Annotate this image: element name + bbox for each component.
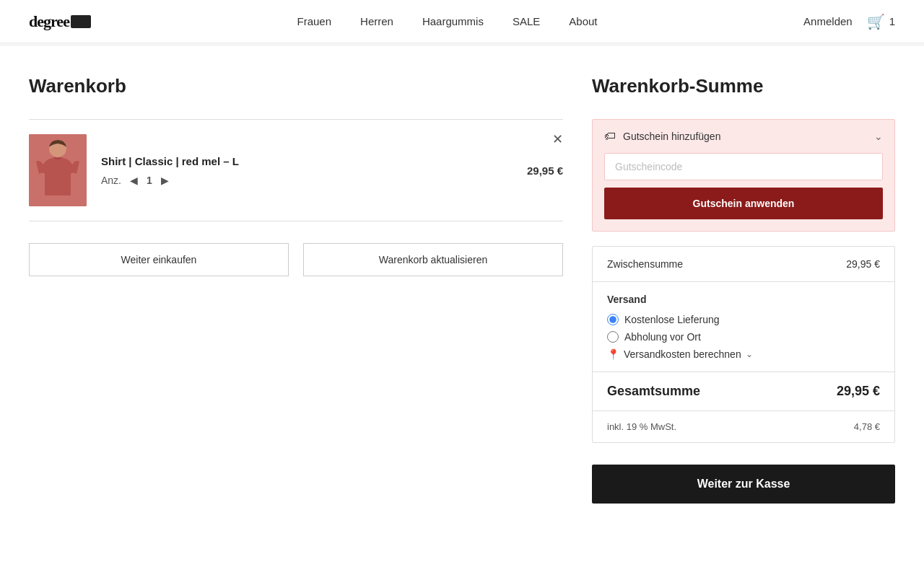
login-link[interactable]: Anmelden	[803, 15, 853, 27]
versand-section: Versand Kostenlose Lieferung Abholung vo…	[593, 282, 894, 372]
coupon-input[interactable]	[604, 153, 883, 180]
coupon-header-label: Gutschein hinzufügen	[623, 131, 720, 142]
versand-calc-chevron-icon: ⌄	[746, 349, 753, 359]
qty-decrease-button[interactable]: ◀	[128, 175, 139, 186]
coupon-header-left: 🏷 Gutschein hinzufügen	[604, 130, 720, 143]
mwst-value: 4,78 €	[854, 421, 880, 432]
zwischensumme-value: 29,95 €	[846, 258, 880, 270]
gesamtsumme-row: Gesamtsumme 29,95 €	[593, 372, 894, 411]
apply-coupon-button[interactable]: Gutschein anwenden	[604, 188, 883, 219]
mwst-label: inkl. 19 % MwSt.	[607, 421, 676, 432]
versand-option-free: Kostenlose Lieferung	[607, 314, 880, 325]
remove-item-button[interactable]: ✕	[552, 131, 563, 147]
nav-herren[interactable]: Herren	[360, 15, 393, 27]
versand-calc-label: Versandkosten berechnen	[624, 348, 741, 360]
mwst-row: inkl. 19 % MwSt. 4,78 €	[593, 411, 894, 442]
versand-pickup-radio[interactable]	[607, 331, 619, 343]
cart-item-row: Shirt | Classic | red mel – L Anz. ◀ 1 ▶…	[29, 119, 563, 221]
summary-section: Warenkorb-Summe 🏷 Gutschein hinzufügen ⌄…	[592, 75, 895, 504]
coupon-header[interactable]: 🏷 Gutschein hinzufügen ⌄	[593, 120, 894, 153]
main-container: Warenkorb Sh	[0, 46, 924, 532]
qty-increase-button[interactable]: ▶	[160, 175, 170, 186]
main-nav: Frauen Herren Haargummis SALE About	[297, 15, 598, 27]
cart-button[interactable]: 🛒 1	[867, 13, 895, 30]
continue-shopping-button[interactable]: Weiter einkaufen	[29, 243, 289, 276]
cart-item-qty: Anz. ◀ 1 ▶	[101, 175, 513, 186]
cart-title: Warenkorb	[29, 75, 563, 97]
cart-item-name: Shirt | Classic | red mel – L	[101, 155, 513, 167]
gesamtsumme-value: 29,95 €	[837, 384, 880, 399]
logo[interactable]: degree	[29, 12, 91, 31]
versand-free-label: Kostenlose Lieferung	[624, 314, 720, 325]
checkout-button[interactable]: Weiter zur Kasse	[592, 465, 895, 504]
coupon-chevron-icon: ⌄	[874, 131, 883, 142]
versand-free-radio[interactable]	[607, 314, 619, 325]
zwischensumme-row: Zwischensumme 29,95 €	[593, 247, 894, 282]
qty-label: Anz.	[101, 175, 121, 186]
cart-icon: 🛒	[867, 13, 885, 30]
nav-haargummis[interactable]: Haargummis	[422, 15, 484, 27]
summary-table: Zwischensumme 29,95 € Versand Kostenlose…	[592, 246, 895, 443]
nav-about[interactable]: About	[569, 15, 597, 27]
cart-item-image	[29, 134, 87, 206]
header-right: Anmelden 🛒 1	[803, 13, 895, 30]
versand-calc[interactable]: 📍 Versandkosten berechnen ⌄	[607, 348, 880, 360]
header: degree Frauen Herren Haargummis SALE Abo…	[0, 0, 924, 43]
cart-item-details: Shirt | Classic | red mel – L Anz. ◀ 1 ▶	[101, 155, 513, 186]
versand-pickup-label: Abholung vor Ort	[624, 331, 701, 343]
cart-item-price: 29,95 €	[527, 164, 563, 177]
cart-section: Warenkorb Sh	[29, 75, 563, 504]
gesamtsumme-label: Gesamtsumme	[607, 384, 700, 399]
zwischensumme-label: Zwischensumme	[607, 258, 683, 270]
nav-frauen[interactable]: Frauen	[297, 15, 332, 27]
qty-value: 1	[147, 175, 152, 186]
coupon-tag-icon: 🏷	[604, 130, 616, 143]
summary-title: Warenkorb-Summe	[592, 75, 895, 97]
coupon-body: Gutschein anwenden	[593, 153, 894, 231]
map-pin-icon: 📍	[607, 348, 619, 360]
versand-title: Versand	[607, 294, 880, 305]
cart-count: 1	[889, 15, 895, 27]
nav-sale[interactable]: SALE	[513, 15, 540, 27]
shirt-illustration	[29, 134, 87, 206]
cart-actions: Weiter einkaufen Warenkorb aktualisieren	[29, 243, 563, 276]
versand-option-pickup: Abholung vor Ort	[607, 331, 880, 343]
coupon-box: 🏷 Gutschein hinzufügen ⌄ Gutschein anwen…	[592, 119, 895, 232]
update-cart-button[interactable]: Warenkorb aktualisieren	[303, 243, 563, 276]
logo-icon	[71, 15, 91, 28]
